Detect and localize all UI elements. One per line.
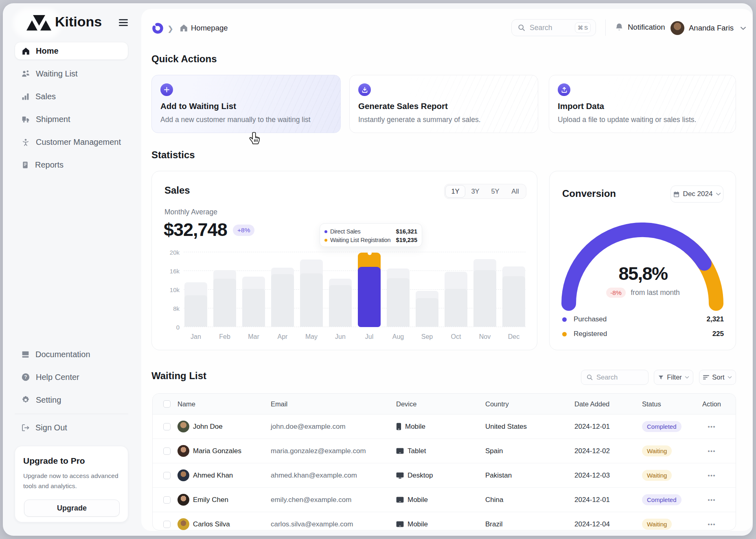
- svg-text:?: ?: [24, 374, 27, 380]
